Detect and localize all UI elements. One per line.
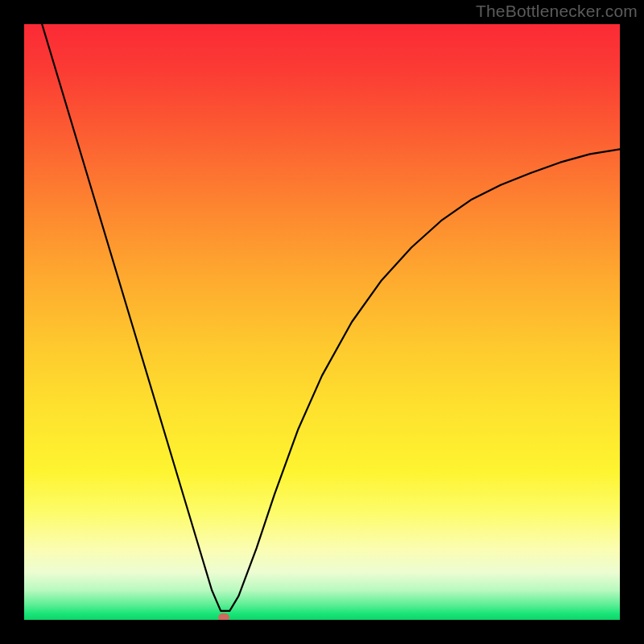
optimal-point-marker xyxy=(218,613,229,621)
chart-frame: TheBottlenecker.com xyxy=(0,0,644,644)
watermark-text: TheBottlenecker.com xyxy=(476,2,638,21)
bottleneck-curve xyxy=(24,24,620,620)
plot-area xyxy=(24,24,620,620)
